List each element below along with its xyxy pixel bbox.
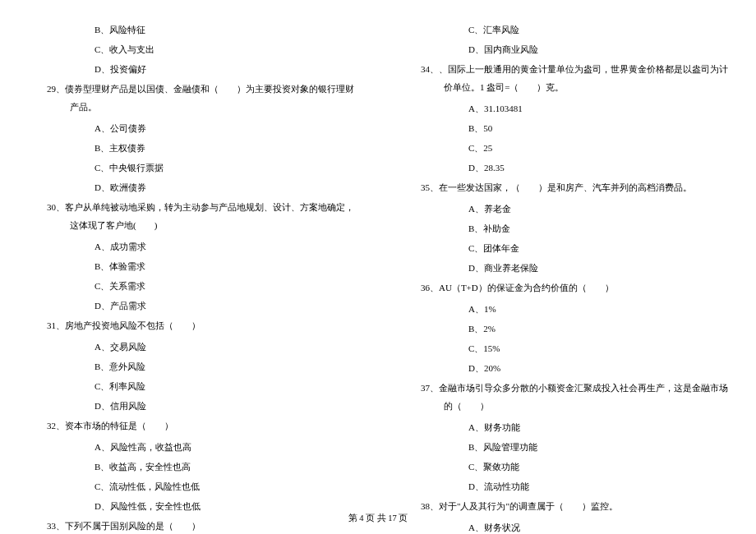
option: A、公司债券	[25, 119, 357, 137]
option: B、收益高，安全性也高	[25, 458, 357, 476]
question-29: 29、债券型理财产品是以国债、金融债和（ ）为主要投资对象的银行理财产品。	[25, 80, 357, 116]
option: B、风险特征	[25, 21, 357, 39]
left-column: B、风险特征 C、收入与支出 D、投资偏好 29、债券型理财产品是以国债、金融债…	[16, 21, 378, 534]
option: D、20%	[399, 359, 731, 377]
right-column: C、汇率风险 D、国内商业风险 34、、国际上一般通用的黄金计量单位为盎司，世界…	[378, 21, 740, 534]
option: A、1%	[399, 300, 731, 318]
option: B、2%	[399, 320, 731, 338]
option: C、25	[399, 139, 731, 157]
option: B、补助金	[399, 219, 731, 237]
option: D、投资偏好	[25, 60, 357, 78]
option: D、产品需求	[25, 297, 357, 315]
option: D、流动性功能	[399, 477, 731, 495]
option: C、聚敛功能	[399, 458, 731, 476]
option: C、收入与支出	[25, 40, 357, 58]
option: A、风险性高，收益也高	[25, 438, 357, 456]
option: C、团体年金	[399, 239, 731, 257]
option: C、利率风险	[25, 377, 357, 395]
option: B、主权债券	[25, 139, 357, 157]
option: C、中央银行票据	[25, 159, 357, 177]
question-35: 35、在一些发达国家，（ ）是和房产、汽车并列的高档消费品。	[399, 178, 731, 196]
option: D、欧洲债券	[25, 178, 357, 196]
option: C、15%	[399, 339, 731, 357]
page-footer: 第 4 页 共 17 页	[0, 513, 756, 524]
option: A、交易风险	[25, 338, 357, 356]
option: C、流动性低，风险性也低	[25, 477, 357, 495]
question-37: 37、金融市场引导众多分散的小额资金汇聚成投入社会再生产，这是金融市场的（ ）	[399, 379, 731, 415]
option: D、商业养老保险	[399, 259, 731, 277]
question-34: 34、、国际上一般通用的黄金计量单位为盎司，世界黄金价格都是以盎司为计价单位。1…	[399, 60, 731, 96]
option: A、成功需求	[25, 237, 357, 255]
option: B、风险管理功能	[399, 438, 731, 456]
option: B、50	[399, 119, 731, 137]
option: A、养老金	[399, 200, 731, 218]
option: A、财务功能	[399, 418, 731, 436]
option: B、意外风险	[25, 357, 357, 375]
option: C、关系需求	[25, 277, 357, 295]
option: D、28.35	[399, 159, 731, 177]
page-content: B、风险特征 C、收入与支出 D、投资偏好 29、债券型理财产品是以国债、金融债…	[0, 0, 756, 534]
option: A、31.103481	[399, 99, 731, 117]
question-31: 31、房地产投资地风险不包括（ ）	[25, 316, 357, 334]
option: C、汇率风险	[399, 21, 731, 39]
option: B、体验需求	[25, 257, 357, 275]
question-32: 32、资本市场的特征是（ ）	[25, 417, 357, 435]
option: D、国内商业风险	[399, 40, 731, 58]
question-30: 30、客户从单纯被动地采购，转为主动参与产品地规划、设计、方案地确定，这体现了客…	[25, 198, 357, 234]
question-36: 36、AU（T+D）的保证金为合约价值的（ ）	[399, 279, 731, 297]
option: D、信用风险	[25, 397, 357, 415]
